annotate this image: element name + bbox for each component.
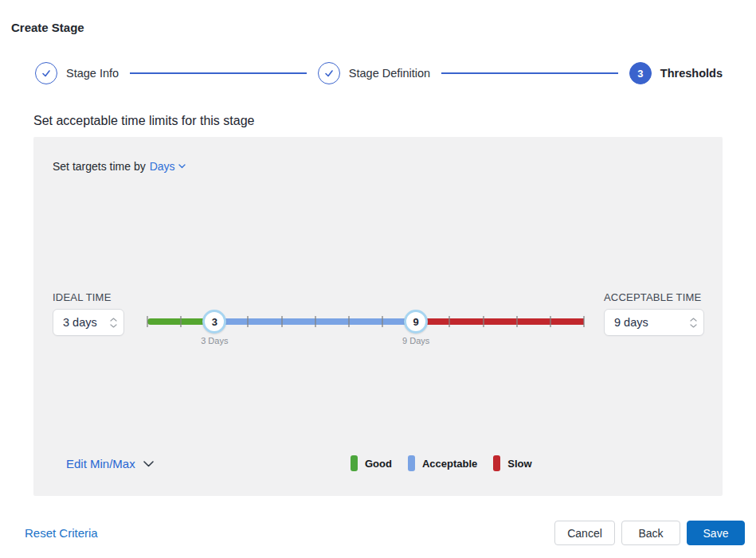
acceptable-swatch <box>408 455 415 471</box>
good-swatch <box>351 455 358 471</box>
step-label: Stage Info <box>66 67 119 80</box>
legend-label: Good <box>365 458 392 470</box>
slider-handle-label: 3 Days <box>201 336 228 345</box>
legend-label: Slow <box>507 458 531 470</box>
check-icon <box>35 62 57 84</box>
legend-item-acceptable: Acceptable <box>408 455 477 471</box>
page-title: Create Stage <box>11 21 84 34</box>
legend-label: Acceptable <box>422 458 477 470</box>
legend: Good Acceptable Slow <box>351 455 532 471</box>
time-unit-dropdown[interactable]: Days <box>150 160 186 173</box>
targets-row: Set targets time by Days <box>53 160 186 173</box>
legend-item-slow: Slow <box>493 455 531 471</box>
acceptable-time-input[interactable]: 9 days <box>604 309 704 336</box>
slider-handle[interactable]: 9 <box>404 310 428 334</box>
edit-minmax-link[interactable]: Edit Min/Max <box>66 457 154 470</box>
step-stage-definition[interactable]: Stage Definition <box>318 62 430 84</box>
chevron-down-icon <box>143 461 154 467</box>
targets-prefix: Set targets time by <box>53 160 146 173</box>
step-label: Stage Definition <box>349 67 430 80</box>
slider-handle[interactable]: 3 <box>202 310 226 334</box>
slider-segment-acceptable <box>214 318 416 325</box>
acceptable-time-stepper <box>690 318 697 328</box>
acceptable-time-value: 9 days <box>614 316 648 329</box>
check-icon <box>318 62 340 84</box>
step-label: Thresholds <box>660 67 723 80</box>
slider: 33 Days99 Days <box>147 296 584 347</box>
ideal-time-value: 3 days <box>63 316 97 329</box>
footer-buttons: Cancel Back Save <box>554 521 745 545</box>
slider-handle-label: 9 Days <box>402 336 429 345</box>
stepper-connector <box>130 72 307 74</box>
section-heading: Set acceptable time limits for this stag… <box>33 114 254 128</box>
chevron-down-icon <box>178 164 186 169</box>
ideal-time-stepper <box>110 318 117 328</box>
edit-minmax-label: Edit Min/Max <box>66 457 135 470</box>
chevron-up-icon[interactable] <box>110 318 117 322</box>
back-button[interactable]: Back <box>621 521 680 545</box>
acceptable-time-label: ACCEPTABLE TIME <box>604 291 701 303</box>
step-thresholds[interactable]: 3 Thresholds <box>629 62 723 84</box>
ideal-time-label: IDEAL TIME <box>53 291 112 303</box>
step-number-badge: 3 <box>629 62 652 84</box>
chevron-down-icon[interactable] <box>110 324 117 328</box>
cancel-button[interactable]: Cancel <box>554 521 615 545</box>
stepper: Stage Info Stage Definition 3 Thresholds <box>35 62 723 84</box>
chevron-up-icon[interactable] <box>690 318 697 322</box>
reset-criteria-link[interactable]: Reset Criteria <box>25 526 98 540</box>
slow-swatch <box>493 455 500 471</box>
ideal-time-input[interactable]: 3 days <box>53 309 124 336</box>
chevron-down-icon[interactable] <box>690 324 697 328</box>
create-stage-dialog: Create Stage Stage Info Stage Definition… <box>0 0 756 558</box>
step-stage-info[interactable]: Stage Info <box>35 62 119 84</box>
thresholds-panel: Set targets time by Days IDEAL TIME 3 da… <box>33 137 723 496</box>
slider-segment-slow <box>416 318 584 325</box>
time-unit-value: Days <box>150 160 175 173</box>
legend-item-good: Good <box>351 455 392 471</box>
save-button[interactable]: Save <box>687 521 745 545</box>
stepper-connector <box>441 72 618 74</box>
